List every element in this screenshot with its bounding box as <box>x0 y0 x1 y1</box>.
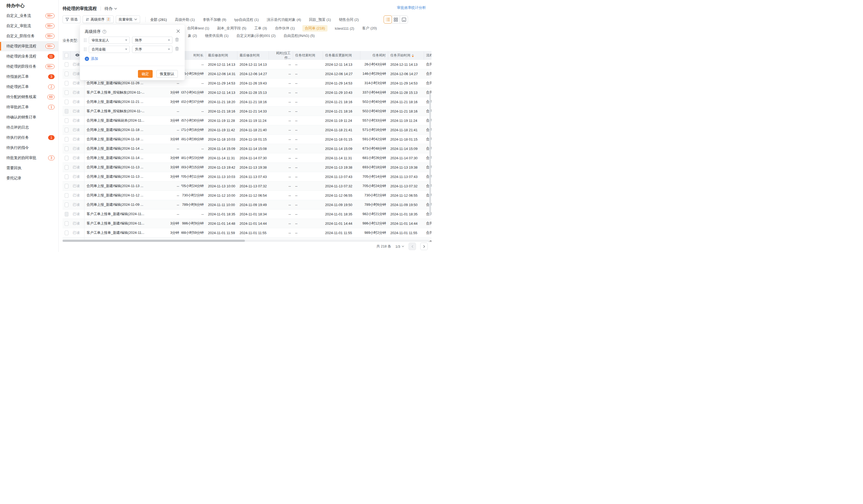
row-checkbox[interactable] <box>65 118 68 123</box>
advanced-sort-button[interactable]: 高级排序 2 <box>83 15 114 23</box>
cell-name[interactable]: 合同单上报_新建/编辑(2024-11-21 ... <box>85 97 159 106</box>
sidebar-item[interactable]: 待审批的工单1 <box>0 102 58 112</box>
horizontal-scrollbar-thumb[interactable] <box>63 240 245 242</box>
row-checkbox[interactable] <box>65 156 68 160</box>
confirm-button[interactable]: 确定 <box>138 70 153 78</box>
row-checkbox[interactable] <box>65 147 68 151</box>
sidebar-item[interactable]: 待分配的销售线索69 <box>0 92 58 102</box>
column-header-mod2[interactable]: 最后修改时间 <box>237 51 269 60</box>
table-row[interactable]: 已读合同单上报_新建/编辑(2024-11-12 ...--730小时2分钟20… <box>63 191 432 200</box>
cell-name[interactable]: 客户工单上报单_新建/编辑(2024-11... <box>85 210 159 218</box>
table-row[interactable]: 已读客户工单上报单_新建/编辑(2024-11...----2024-11-01… <box>63 210 432 219</box>
row-checkbox[interactable] <box>65 90 68 95</box>
column-header-work[interactable]: 耗时(仅工作... <box>269 51 293 60</box>
filter-chip[interactable]: 合作伙伴 (1) <box>275 25 296 32</box>
cell-name[interactable]: 合同单上报_新建/编辑(2024-11-09 ... <box>85 200 159 209</box>
card-view-button[interactable] <box>400 15 408 24</box>
drag-handle-icon[interactable] <box>83 38 87 42</box>
filter-chip[interactable]: 回款_预置 (1) <box>309 16 332 23</box>
cell-name[interactable]: 客户工单上报单_新建/编辑(2024-11... <box>85 228 159 237</box>
sidebar-item[interactable]: 待批复的协同审批3 <box>0 153 58 163</box>
sidebar-item[interactable]: 待执行的任务1 <box>0 133 58 143</box>
filter-chip[interactable]: 高级外勤 (1) <box>174 16 195 23</box>
trash-icon[interactable] <box>175 47 179 52</box>
table-row[interactable]: 已读客户工单上报单_按钮触发(2024-11-...3分钟337小时41分钟20… <box>63 88 432 97</box>
row-checkbox[interactable] <box>65 128 68 132</box>
sort-field-select[interactable]: 审批发起人 <box>89 37 130 44</box>
grid-view-button[interactable] <box>392 15 400 24</box>
filter-chip[interactable]: 工单 (3) <box>254 25 267 32</box>
column-header-start[interactable]: 任务开始时间 <box>388 51 424 60</box>
table-row[interactable]: 已读合同单上报_新建/编辑(2024-11-13 ...--705小时24分钟2… <box>63 181 432 191</box>
cell-name[interactable]: 合同单上报_新建/编辑副本(2024-11... <box>85 116 159 125</box>
row-checkbox[interactable] <box>65 81 68 86</box>
table-row[interactable]: 已读客户工单上报单_新建/编辑(2024-11...3分钟988小时59分钟20… <box>63 228 432 238</box>
prev-page-button[interactable] <box>409 243 416 250</box>
row-checkbox[interactable] <box>65 175 68 179</box>
cell-name[interactable]: 客户工单上报单_按钮触发(2024-11-... <box>85 106 159 116</box>
drag-handle-icon[interactable] <box>83 48 87 51</box>
sort-control[interactable] <box>412 54 414 57</box>
sidebar-item[interactable]: 待处理的工单2 <box>0 82 58 92</box>
table-row[interactable]: 已读合同单上报_新建/编辑(2024-11-09 ...--789小时6分钟20… <box>63 200 432 210</box>
filter-button[interactable]: 筛选 <box>63 15 80 23</box>
row-checkbox[interactable] <box>65 193 68 198</box>
sidebar-item[interactable]: 需要回执 <box>0 163 58 173</box>
column-header-updated[interactable]: 任务最后更新时间 <box>323 51 360 60</box>
cell-name[interactable]: 合同单上报_新建/编辑(2024-11-13 ... <box>85 181 159 190</box>
cell-name[interactable]: 合同单上报_新建/编辑(2024-11-14 ... <box>85 153 159 163</box>
table-row[interactable]: 已读合同单上报_新建/编辑(2024-11-13 ...3分钟705小时11分钟… <box>63 172 432 181</box>
filter-chip[interactable]: lyp自由流程 (1) <box>234 16 259 23</box>
list-view-button[interactable] <box>384 15 392 24</box>
select-all-checkbox[interactable] <box>65 53 68 58</box>
row-checkbox[interactable] <box>65 100 68 104</box>
sort-order-select[interactable]: 降序 <box>132 37 173 44</box>
sidebar-item[interactable]: 待点评的日志 <box>0 122 58 133</box>
table-row[interactable]: 已读合同单上报_新建/编辑(2024-11-14 ...----2024-11-… <box>63 144 432 153</box>
row-checkbox[interactable] <box>65 165 68 170</box>
trash-icon[interactable] <box>175 38 179 43</box>
add-sort-rule-button[interactable]: + 添加 <box>85 56 98 61</box>
table-row[interactable]: 已读合同单上报_新建/编辑副本(2024-11...3分钟557小时30分钟20… <box>63 116 432 125</box>
filter-chip[interactable]: 拿铁不加糖 (9) <box>202 16 227 23</box>
sidebar-item[interactable]: 待执行的指令 <box>0 143 58 153</box>
filter-chip[interactable]: 客户 (20) <box>362 25 377 32</box>
horizontal-scrollbar-track[interactable] <box>63 240 429 242</box>
column-header-mod1[interactable]: 最后修改时间 <box>206 51 237 60</box>
filter-chip[interactable]: 销售合同 (2) <box>338 16 359 23</box>
row-checkbox[interactable] <box>65 137 68 142</box>
filter-chip[interactable]: 合同单test (1) <box>187 25 210 32</box>
vertical-scrollbar-thumb[interactable] <box>429 94 431 215</box>
sidebar-item[interactable]: 待确认的销售订单 <box>0 112 58 122</box>
column-header-cost[interactable]: 任务耗时 <box>360 51 388 60</box>
page-selector[interactable]: 1/3 <box>396 244 404 249</box>
sidebar-item[interactable]: 自定义_业务流99+ <box>0 11 58 21</box>
cell-name[interactable]: 合同单上报_新建/编辑(2024-11-18 ... <box>85 125 159 135</box>
sidebar-item[interactable]: 待处理的业务流程11 <box>0 51 58 62</box>
table-row[interactable]: 已读合同单上报_新建/编辑(2024-11-14 ...3分钟681小时23分钟… <box>63 153 432 163</box>
row-checkbox[interactable] <box>65 109 68 114</box>
filter-chip[interactable]: lctest111 (2) <box>335 26 355 31</box>
approval-stats-link[interactable]: 审批效率统计分析 <box>397 5 426 10</box>
filter-chip[interactable]: 象 (2) <box>187 33 198 39</box>
sidebar-item[interactable]: 待指派的工单3 <box>0 72 58 82</box>
row-checkbox[interactable] <box>65 72 68 76</box>
batch-approve-button[interactable]: 批量审批 <box>116 15 140 23</box>
sort-order-select[interactable]: 升序 <box>132 46 173 53</box>
sidebar-item[interactable]: 自定义_阶段任务99+ <box>0 31 58 41</box>
restore-default-button[interactable]: 恢复默认 <box>157 70 178 78</box>
cell-name[interactable]: 合同单上报_新建/编辑(2024-11-13 ... <box>85 172 159 181</box>
row-checkbox[interactable] <box>65 221 68 226</box>
close-icon[interactable] <box>176 29 180 34</box>
cell-name[interactable]: 客户工单上报单_按钮触发(2024-11-... <box>85 88 159 97</box>
table-row[interactable]: 已读合同单上报_新建/编辑(2024-11-13 ...3分钟693小时15分钟… <box>63 163 432 172</box>
column-header-flow[interactable]: 流程关联 <box>424 51 432 60</box>
sidebar-item[interactable]: 委托记录 <box>0 173 58 183</box>
filter-chip[interactable]: 全部 (281) <box>150 16 167 23</box>
row-checkbox[interactable] <box>65 184 68 188</box>
filter-chip[interactable]: 自定义对象(示例)001 (2) <box>236 33 276 39</box>
filter-chip[interactable]: 自由流程(INAG) (5) <box>283 33 315 39</box>
filter-chip[interactable]: 物资供应商 (1) <box>204 33 229 39</box>
sort-field-select[interactable]: 合同金额 <box>89 46 130 53</box>
table-row[interactable]: 已读合同单上报_新建/编辑(2024-11-18 ...3分钟591小时39分钟… <box>63 135 432 144</box>
